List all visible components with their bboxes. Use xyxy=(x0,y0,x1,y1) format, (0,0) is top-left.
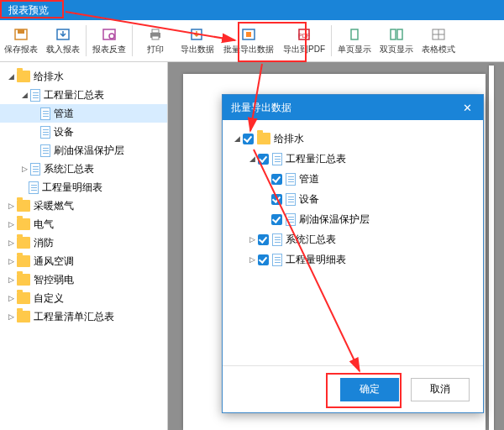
tree-node-summary[interactable]: ◢工程量汇总表 xyxy=(0,86,167,104)
folder-icon xyxy=(17,311,30,322)
export-button[interactable]: 导出数据 xyxy=(176,20,218,61)
folder-icon xyxy=(17,237,30,249)
collapse-icon[interactable]: ◢ xyxy=(7,72,15,81)
batch-export-icon xyxy=(240,27,257,42)
title-text: 报表预览 xyxy=(0,3,57,18)
cancel-button[interactable]: 取消 xyxy=(411,378,470,401)
expand-icon[interactable]: ▷ xyxy=(7,275,15,284)
double-page-button[interactable]: 双页显示 xyxy=(375,20,417,61)
sidebar-tree: ◢给排水 ◢工程量汇总表 管道 设备 刷油保温保护层 ▷系统汇总表 工程量明细表… xyxy=(0,62,168,430)
grid-icon xyxy=(430,27,447,42)
tree-node-root5[interactable]: ▷智控弱电 xyxy=(0,270,167,289)
single-page-icon xyxy=(346,27,363,42)
dialog-titlebar: 批量导出数据 ✕ xyxy=(223,95,483,120)
checkbox[interactable] xyxy=(271,214,282,225)
expand-icon[interactable]: ▷ xyxy=(20,165,29,173)
tree-node-root6[interactable]: ▷自定义 xyxy=(0,289,167,307)
check-node-pipe[interactable]: 管道 xyxy=(229,169,476,189)
expand-icon[interactable]: ▷ xyxy=(7,202,15,210)
dialog-title: 批量导出数据 xyxy=(231,101,291,115)
title-bar: 报表预览 xyxy=(0,0,504,20)
svg-rect-14 xyxy=(391,29,396,39)
tree-node-root3[interactable]: ▷消防 xyxy=(0,233,167,252)
doc-icon xyxy=(40,144,50,157)
svg-rect-10 xyxy=(246,32,251,37)
check-node-summary[interactable]: ◢工程量汇总表 xyxy=(229,149,476,169)
folder-icon xyxy=(17,71,30,82)
doc-icon xyxy=(40,126,50,139)
checkbox[interactable] xyxy=(271,194,282,205)
folder-icon xyxy=(17,218,30,230)
folder-icon xyxy=(17,255,30,267)
tree-node-insulation[interactable]: 刷油保温保护层 xyxy=(0,141,167,160)
double-page-icon xyxy=(388,27,405,42)
load-report-button[interactable]: 载入报表 xyxy=(42,20,84,61)
tree-node-system[interactable]: ▷系统汇总表 xyxy=(0,160,167,178)
check-node-detail[interactable]: ▷工程量明细表 xyxy=(229,249,476,270)
tree-node-root4[interactable]: ▷通风空调 xyxy=(0,252,167,270)
collapse-icon[interactable]: ◢ xyxy=(233,134,241,143)
collapse-icon[interactable]: ◢ xyxy=(248,155,256,163)
checkbox[interactable] xyxy=(258,234,269,245)
dialog-tree: ◢给排水 ◢工程量汇总表 管道 设备 刷油保温保护层 ▷系统汇总表 ▷工程量明细… xyxy=(223,120,483,365)
folder-icon xyxy=(257,133,270,144)
expand-icon[interactable]: ▷ xyxy=(7,239,15,247)
expand-icon[interactable]: ▷ xyxy=(248,255,256,264)
check-node-root[interactable]: ◢给排水 xyxy=(229,128,476,149)
expand-icon[interactable]: ▷ xyxy=(7,220,15,228)
tree-node-detail[interactable]: 工程量明细表 xyxy=(0,178,167,197)
export-icon xyxy=(189,27,206,42)
batch-export-button[interactable]: 批量导出数据 xyxy=(218,20,279,61)
expand-icon[interactable]: ▷ xyxy=(7,294,15,302)
svg-point-4 xyxy=(109,34,114,39)
svg-rect-1 xyxy=(18,29,24,34)
save-report-button[interactable]: 保存报表 xyxy=(0,20,42,61)
print-button[interactable]: 打印 xyxy=(134,20,176,61)
ok-button[interactable]: 确定 xyxy=(340,378,399,401)
checkbox[interactable] xyxy=(258,154,269,165)
folder-icon xyxy=(17,274,30,286)
tree-node-root0[interactable]: ◢给排水 xyxy=(0,67,167,86)
check-node-equipment[interactable]: 设备 xyxy=(229,189,476,209)
svg-rect-15 xyxy=(397,29,402,39)
page-edge xyxy=(489,66,494,430)
tree-node-root1[interactable]: ▷采暖燃气 xyxy=(0,197,167,215)
toolbar: 保存报表 载入报表 报表反查 打印 导出数据 批量导出数据 PDF导出到PDF … xyxy=(0,20,504,62)
doc-icon xyxy=(272,233,282,246)
close-icon[interactable]: ✕ xyxy=(459,100,475,115)
tree-node-root2[interactable]: ▷电气 xyxy=(0,215,167,233)
checkbox[interactable] xyxy=(243,134,254,144)
check-node-insulation[interactable]: 刷油保温保护层 xyxy=(229,209,476,229)
tree-node-equipment[interactable]: 设备 xyxy=(0,123,167,141)
expand-icon[interactable]: ▷ xyxy=(248,235,256,244)
dialog-footer: 确定 取消 xyxy=(223,365,483,412)
print-icon xyxy=(147,27,164,42)
folder-icon xyxy=(17,200,30,212)
save-icon xyxy=(13,27,29,42)
svg-rect-6 xyxy=(152,29,159,33)
export-pdf-button[interactable]: PDF导出到PDF xyxy=(279,20,329,61)
doc-icon xyxy=(286,173,296,186)
tree-node-root7[interactable]: ▷工程量清单汇总表 xyxy=(0,307,167,326)
svg-text:PDF: PDF xyxy=(298,33,310,39)
expand-icon[interactable]: ▷ xyxy=(7,257,15,265)
svg-rect-7 xyxy=(152,36,159,39)
doc-icon xyxy=(272,153,282,165)
load-icon xyxy=(55,27,71,42)
svg-rect-13 xyxy=(351,29,358,39)
doc-icon xyxy=(30,163,40,176)
doc-icon xyxy=(40,108,50,120)
expand-icon[interactable]: ▷ xyxy=(7,312,15,321)
grid-mode-button[interactable]: 表格模式 xyxy=(417,20,459,61)
review-button[interactable]: 报表反查 xyxy=(88,20,130,61)
checkbox[interactable] xyxy=(258,254,269,265)
batch-export-dialog: 批量导出数据 ✕ ◢给排水 ◢工程量汇总表 管道 设备 刷油保温保护层 ▷系统汇… xyxy=(222,94,484,413)
collapse-icon[interactable]: ◢ xyxy=(20,91,29,99)
check-node-system[interactable]: ▷系统汇总表 xyxy=(229,229,476,249)
doc-icon xyxy=(272,254,282,266)
checkbox[interactable] xyxy=(271,174,282,185)
tree-node-pipe[interactable]: 管道 xyxy=(0,104,167,123)
single-page-button[interactable]: 单页显示 xyxy=(333,20,375,61)
doc-icon xyxy=(286,193,296,206)
doc-icon xyxy=(286,213,296,226)
